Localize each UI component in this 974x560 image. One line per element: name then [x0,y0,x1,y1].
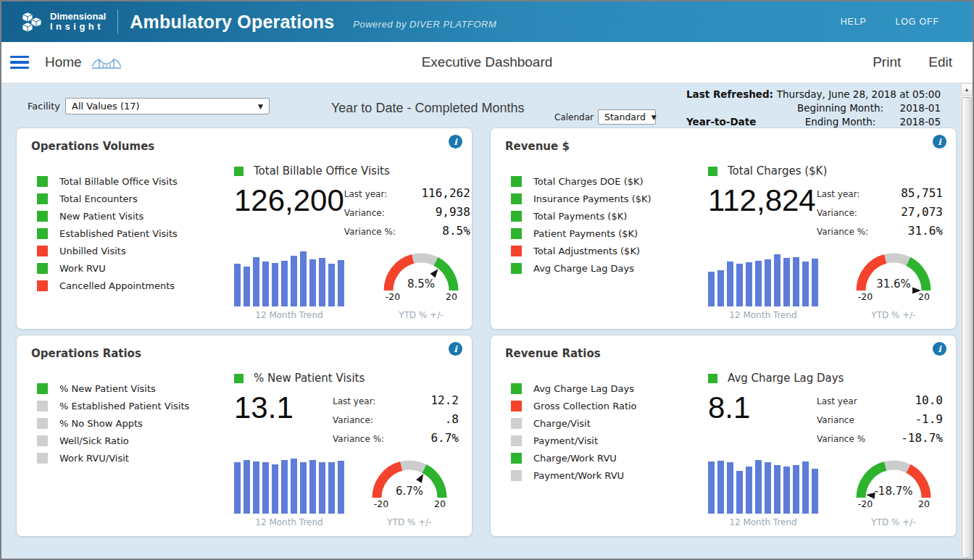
view-title: Year to Date - Completed Months [331,101,524,116]
stat-value: 31.6% [908,224,943,238]
metric-label: Payment/Work RVU [533,470,624,481]
trend-bar [309,259,316,306]
gauge-block: 8.5%-2020 YTD % +/- [373,248,469,320]
svg-text:-18.7%: -18.7% [874,485,912,498]
metric-list-item[interactable]: % No Show Appts [37,418,218,429]
metric-list-item[interactable]: Gross Collection Ratio [511,401,692,411]
status-indicator-green [511,176,522,187]
metric-label: New Patient Visits [59,211,143,222]
metric-label: Cancelled Appointments [59,280,175,291]
metric-list-item[interactable]: New Patient Visits [37,211,218,222]
metric-list-item[interactable]: Work RVU [37,263,218,274]
metric-list-item[interactable]: Total Charges DOE ($K) [511,176,692,187]
stat-value: .8 [445,412,459,426]
stat-label: Last year [817,396,857,406]
info-icon[interactable]: i [933,342,946,356]
info-icon[interactable]: i [449,342,462,356]
scrollbar-thumb[interactable] [962,97,972,558]
chevron-down-icon: ▼ [258,103,263,110]
metric-list-item[interactable]: % Established Patient Visits [37,401,218,411]
kpi-status-indicator [234,374,244,383]
trend-bar [783,467,790,514]
svg-text:20: 20 [918,498,930,509]
metric-list-item[interactable]: Total Payments ($K) [511,211,692,222]
trend-bar [708,272,715,306]
gauge-caption: YTD % +/- [373,310,469,320]
kpi-area: Total Charges ($K) 112,824 Last year:85,… [692,156,943,320]
metric-list-item[interactable]: Payment/Visit [511,435,692,446]
trend-caption: 12 Month Trend [708,517,818,527]
metric-list-item[interactable]: Charge/Work RVU [511,453,692,464]
metric-list-item[interactable]: Avg Charge Lag Days [511,383,692,394]
metric-list-item[interactable]: Unbilled Visits [37,246,218,256]
help-button[interactable]: HELP [841,17,867,27]
metric-label: Charge/Visit [533,418,591,429]
gauge-chart: 31.6%-2020 [846,248,941,304]
trend-bar [812,259,818,306]
gauge-segment [886,258,909,262]
stat-label: Variance %: [333,434,384,444]
trend-bar [727,262,733,306]
facility-select[interactable]: All Values (17) ▼ [65,98,270,114]
metric-list-item[interactable]: Patient Payments ($K) [511,228,692,239]
beginning-month-value: 2018-01 [900,102,941,114]
status-indicator-gray [37,401,48,411]
metric-label: Total Charges DOE ($K) [533,176,644,187]
kpi-status-indicator [234,167,244,176]
trend-chart [708,251,818,306]
stat-row: Variance:27,073 [817,205,943,219]
metric-list-item[interactable]: Work RVU/Visit [37,453,218,464]
trend-bar [783,258,790,306]
gauge-block: 31.6%-2020 YTD % +/- [846,248,941,320]
trend-bar [736,471,743,514]
stat-row: Last year:12.2 [333,393,459,407]
metric-list-item[interactable]: Payment/Work RVU [511,470,692,481]
status-indicator-green [37,193,48,204]
metric-label: % New Patient Visits [59,383,156,394]
status-indicator-green [37,263,48,274]
gauge-caption: YTD % +/- [362,517,457,527]
nav-bar: Home Executive Dashboard Print Edit [1,42,973,83]
svg-text:20: 20 [918,291,930,302]
metric-list-item[interactable]: Charge/Visit [511,418,692,429]
print-button[interactable]: Print [873,54,901,70]
metric-list-item[interactable]: Total Adjustments ($K) [511,246,692,256]
kpi-stats: Last year10.0Variance-1.9Variance %-18.7… [817,393,943,450]
metric-label: Total Encounters [59,193,138,204]
info-icon[interactable]: i [933,135,946,149]
stat-label: Variance %: [344,227,396,237]
brand-text: Dimensional Insight [50,12,106,33]
metric-list-item[interactable]: Well/Sick Ratio [37,435,218,446]
logoff-button[interactable]: LOG OFF [896,17,939,27]
stat-label: Last year: [344,189,387,199]
metric-list-item[interactable]: Avg Charge Lag Days [511,263,692,274]
metric-list-item[interactable]: Total Encounters [37,193,218,204]
metric-label: Total Payments ($K) [533,211,627,222]
kpi-area: % New Patient Visits 13.1 Last year:12.2… [218,363,459,527]
metric-list-item[interactable]: Cancelled Appointments [37,280,218,291]
stat-label: Last year: [817,189,859,199]
metric-list-item[interactable]: % New Patient Visits [37,383,218,394]
scroll-up-button[interactable]: ▲ [961,83,973,96]
calendar-select[interactable]: Standard ▼ [598,109,656,125]
info-icon[interactable]: i [449,135,462,149]
trend-bar [802,262,809,306]
trend-bar [727,462,733,514]
metric-list-item[interactable]: Total Billable Office Visits [37,176,218,187]
gauge-segment [886,465,909,469]
svg-text:-20: -20 [374,498,388,509]
panels-grid: Operations Volumes i Total Billable Offi… [1,127,960,537]
trend-caption: 12 Month Trend [234,310,344,320]
brand-separator [117,9,118,34]
app-title: Ambulatory Operations [130,12,334,33]
vertical-scrollbar[interactable]: ▲ [960,83,973,559]
kpi-name: % New Patient Visits [254,372,365,385]
metric-list-item[interactable]: Insurance Payments ($K) [511,193,692,204]
gauge-chart: 8.5%-2020 [373,248,469,304]
trend-bar [755,261,762,306]
edit-button[interactable]: Edit [928,54,952,70]
trend-bar [328,264,335,306]
metric-list-item[interactable]: Established Patient Visits [37,228,218,239]
stat-label: Variance [817,415,854,425]
stat-value: 6.7% [430,431,459,445]
